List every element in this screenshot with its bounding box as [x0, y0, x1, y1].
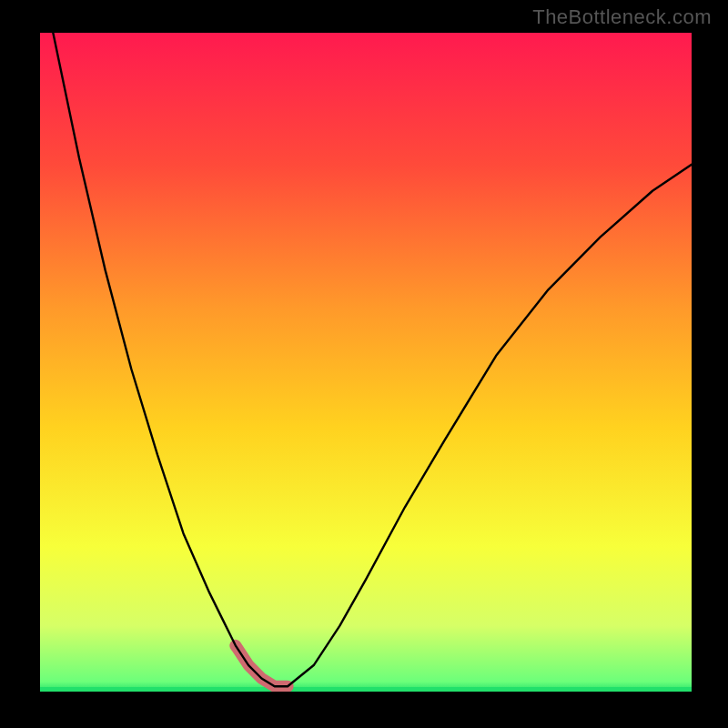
bottleneck-chart [40, 33, 692, 692]
chart-frame: TheBottleneck.com [0, 0, 728, 728]
plot-area [40, 33, 692, 692]
watermark-text: TheBottleneck.com [532, 5, 712, 29]
gradient-background [40, 33, 692, 692]
